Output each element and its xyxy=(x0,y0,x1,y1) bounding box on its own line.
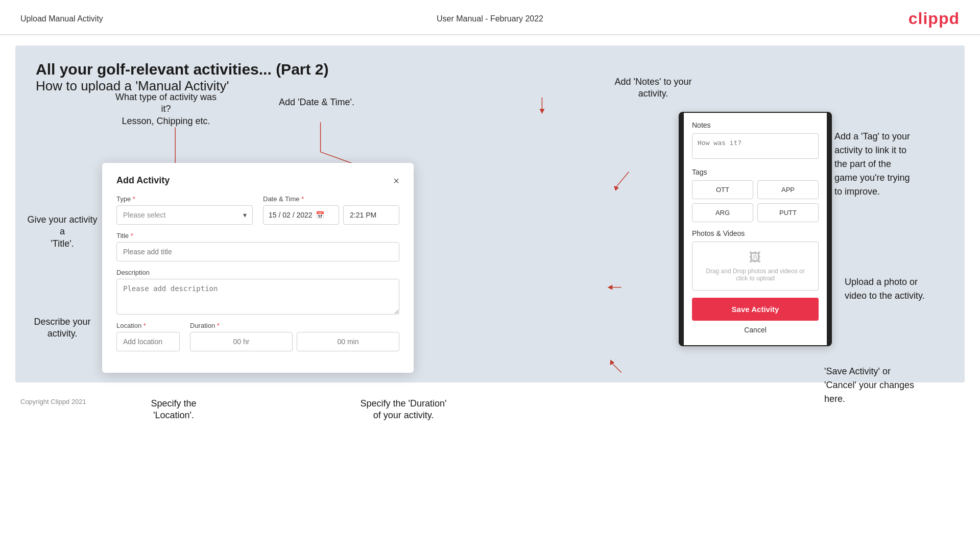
duration-hr-input[interactable] xyxy=(190,332,293,351)
photo-upload-area[interactable]: 🖼 Drag and Drop photos and videos or cli… xyxy=(692,242,819,291)
logo: clippd xyxy=(909,9,960,28)
time-value: 2:21 PM xyxy=(350,211,376,219)
page-title-main: All your golf-relevant activities... (Pa… xyxy=(36,61,944,78)
modal-close-button[interactable]: × xyxy=(393,176,399,186)
description-input[interactable] xyxy=(116,279,399,315)
annotation-date-time: Add 'Date & Time'. xyxy=(276,97,357,108)
upload-text: Drag and Drop photos and videos or click… xyxy=(701,268,810,282)
annotation-notes: Add 'Notes' to your activity. xyxy=(602,76,704,100)
top-bar: Upload Manual Activity User Manual - Feb… xyxy=(0,0,980,35)
type-required: * xyxy=(133,195,135,203)
save-activity-button[interactable]: Save Activity xyxy=(692,298,819,321)
duration-required: * xyxy=(217,322,220,329)
svg-marker-16 xyxy=(540,109,545,114)
svg-marker-18 xyxy=(614,186,619,191)
datetime-required: * xyxy=(301,195,304,203)
svg-marker-20 xyxy=(608,285,613,290)
type-label: Type * xyxy=(116,195,253,203)
annotation-what-type: What type of activity was it? Lesson, Ch… xyxy=(112,91,220,127)
annotation-upload: Upload a photo or video to the activity. xyxy=(845,275,957,303)
duration-min-input[interactable] xyxy=(297,332,399,351)
notes-section-label: Notes xyxy=(692,121,819,129)
svg-line-17 xyxy=(616,172,629,187)
tag-putt[interactable]: PUTT xyxy=(757,203,819,222)
title-input[interactable] xyxy=(116,242,399,261)
type-select[interactable]: Please select xyxy=(116,205,253,225)
type-group: Type * Please select xyxy=(116,195,253,225)
page-label: Upload Manual Activity xyxy=(20,14,103,23)
location-input[interactable] xyxy=(116,332,180,351)
modal-header: Add Activity × xyxy=(116,175,399,186)
tag-ott[interactable]: OTT xyxy=(692,180,753,199)
duration-label: Duration * xyxy=(190,322,399,329)
add-activity-modal: Add Activity × Type * Please select xyxy=(102,163,414,373)
location-duration-row: Location * Duration * xyxy=(116,322,399,351)
location-required: * xyxy=(144,322,146,329)
tags-section-label: Tags xyxy=(692,168,819,176)
annotation-save: 'Save Activity' or 'Cancel' your changes… xyxy=(824,365,957,406)
svg-marker-22 xyxy=(610,360,614,365)
notes-input[interactable] xyxy=(692,133,819,159)
datetime-group: Date & Time * 15 / 02 / 2022 📅 2:21 PM xyxy=(263,195,399,225)
title-label-field: Title * xyxy=(116,232,399,239)
date-value: 15 / 02 / 2022 xyxy=(269,211,313,219)
copyright: Copyright Clippd 2021 xyxy=(20,398,86,405)
title-required: * xyxy=(131,232,133,239)
svg-line-21 xyxy=(611,363,621,372)
location-group: Location * xyxy=(116,322,180,351)
date-time-inputs: 15 / 02 / 2022 📅 2:21 PM xyxy=(263,205,399,225)
duration-inputs xyxy=(190,332,399,351)
description-group: Description xyxy=(116,269,399,315)
page-title-block: All your golf-relevant activities... (Pa… xyxy=(36,61,944,94)
tag-app[interactable]: APP xyxy=(757,180,819,199)
cancel-link[interactable]: Cancel xyxy=(692,326,819,334)
annotation-describe: Describe your activity. xyxy=(27,316,98,340)
annotation-duration: Specify the 'Duration' of your activity. xyxy=(347,398,460,422)
photos-section-label: Photos & Videos xyxy=(692,229,819,237)
calendar-icon: 📅 xyxy=(316,211,324,219)
main-content: All your golf-relevant activities... (Pa… xyxy=(15,45,965,382)
location-label: Location * xyxy=(116,322,180,329)
annotation-give-title: Give your activity a 'Title'. xyxy=(27,214,98,250)
title-group: Title * xyxy=(116,232,399,261)
tag-arg[interactable]: ARG xyxy=(692,203,753,222)
phone-panel: Notes Tags OTT APP ARG PUTT Photos & Vid… xyxy=(679,112,832,346)
time-input[interactable]: 2:21 PM xyxy=(343,205,399,225)
modal-title: Add Activity xyxy=(116,175,170,186)
tags-grid: OTT APP ARG PUTT xyxy=(692,180,819,222)
type-select-wrapper: Please select xyxy=(116,205,253,225)
photo-icon: 🖼 xyxy=(749,250,761,265)
annotation-location: Specify the 'Location'. xyxy=(133,398,214,422)
manual-label: User Manual - February 2022 xyxy=(437,14,543,23)
phone-content: Notes Tags OTT APP ARG PUTT Photos & Vid… xyxy=(684,113,827,345)
date-input[interactable]: 15 / 02 / 2022 📅 xyxy=(263,205,339,225)
datetime-label: Date & Time * xyxy=(263,195,399,203)
annotation-tag: Add a 'Tag' to your activity to link it … xyxy=(834,130,957,199)
description-label: Description xyxy=(116,269,399,276)
type-datetime-row: Type * Please select Date & Time * xyxy=(116,195,399,225)
duration-group: Duration * xyxy=(190,322,399,351)
